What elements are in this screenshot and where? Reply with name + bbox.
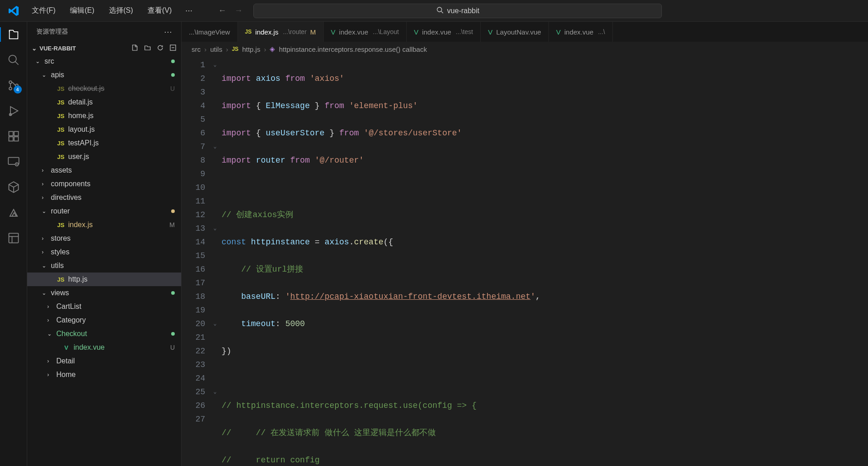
breadcrumb-file[interactable]: http.js (242, 45, 260, 53)
git-dot-icon (171, 209, 175, 213)
line-gutter: 1234567891011121314151617181920212223242… (182, 58, 213, 466)
tab-index-layout[interactable]: Vindex.vue...\Layout (324, 22, 407, 42)
project-name: VUE-RABBIT (39, 45, 76, 52)
js-icon: JS (56, 154, 65, 160)
vue-icon: V (556, 28, 561, 36)
chevron-right-icon: › (204, 45, 207, 53)
chevron-right-icon: › (226, 45, 228, 53)
svg-point-3 (9, 87, 12, 90)
tab-index-trunc[interactable]: Vindex.vue...\ (549, 22, 613, 42)
nav-forward-icon[interactable]: → (234, 6, 242, 15)
vue-icon: V (62, 344, 71, 351)
menu-edit[interactable]: 编辑(E) (64, 3, 100, 18)
file-user-js[interactable]: JSuser.js (27, 150, 181, 164)
file-detail-js[interactable]: JSdetail.js (27, 95, 181, 109)
breadcrumb-src[interactable]: src (192, 45, 201, 53)
vscode-logo-icon (8, 5, 19, 16)
js-icon: JS (56, 85, 65, 92)
js-icon: JS (56, 113, 65, 119)
extensions-icon[interactable] (6, 129, 21, 144)
code-content[interactable]: import axios from 'axios' import { ElMes… (222, 58, 868, 466)
tab-imageview[interactable]: ...\ImageView (182, 22, 238, 42)
menu-overflow-icon[interactable]: ⋯ (180, 4, 198, 18)
folder-views[interactable]: ⌄views (27, 286, 181, 300)
file-tree: ⌄src ⌄apis JScheckout.jsU JSdetail.js JS… (27, 55, 181, 466)
vue-icon: V (488, 28, 493, 36)
breadcrumb-symbol[interactable]: httpinstance.interceptors.response.use()… (279, 45, 427, 53)
refresh-icon[interactable] (157, 44, 164, 53)
folder-cartlist[interactable]: ›CartList (27, 300, 181, 313)
search-icon (436, 6, 444, 15)
new-folder-icon[interactable] (144, 44, 151, 53)
folder-category[interactable]: ›Category (27, 313, 181, 327)
js-icon: JS (232, 46, 239, 52)
new-file-icon[interactable] (131, 44, 138, 53)
svg-point-1 (9, 55, 16, 63)
folder-router[interactable]: ⌄router (27, 204, 181, 218)
svg-rect-12 (9, 233, 18, 243)
svg-rect-8 (9, 137, 13, 141)
debug-icon[interactable] (6, 104, 21, 118)
file-checkout-js[interactable]: JScheckout.jsU (27, 82, 181, 95)
chevron-down-icon: ⌄ (32, 45, 37, 52)
folder-checkout[interactable]: ⌄Checkout (27, 327, 181, 341)
breadcrumb-utils[interactable]: utils (210, 45, 222, 53)
symbol-icon: ◈ (270, 45, 275, 53)
js-icon: JS (56, 126, 65, 133)
git-dot-icon (171, 332, 175, 336)
search-activity-icon[interactable] (6, 53, 21, 67)
file-layout-js[interactable]: JSlayout.js (27, 123, 181, 136)
tab-bar: ...\ImageView JSindex.js...\routerM Vind… (182, 22, 868, 42)
titlebar: 文件(F) 编辑(E) 选择(S) 查看(V) ⋯ ← → vue-rabbit (0, 0, 868, 22)
nuxt-icon[interactable] (6, 205, 21, 220)
menu-select[interactable]: 选择(S) (103, 3, 139, 18)
project-header[interactable]: ⌄ VUE-RABBIT (27, 42, 181, 55)
git-dot-icon (171, 59, 175, 63)
svg-rect-9 (14, 137, 18, 141)
collapse-icon[interactable] (169, 44, 177, 53)
vue-icon: V (331, 28, 335, 36)
remote-icon[interactable] (6, 154, 21, 169)
menu-view[interactable]: 查看(V) (141, 3, 178, 18)
vue-icon: V (414, 28, 419, 36)
git-dot-icon (171, 73, 175, 77)
file-testapi-js[interactable]: JStestAPI.js (27, 136, 181, 150)
file-home-js[interactable]: JShome.js (27, 109, 181, 123)
nav-back-icon[interactable]: ← (218, 6, 226, 15)
js-icon: JS (56, 276, 65, 283)
tab-index-router[interactable]: JSindex.js...\routerM (238, 22, 324, 42)
fold-gutter[interactable]: ⌄⌄⌄⌄⌄ (213, 58, 222, 466)
folder-src[interactable]: ⌄src (27, 55, 181, 68)
sidebar-more-icon[interactable]: ⋯ (164, 27, 172, 37)
activity-bar: 4 (0, 22, 27, 466)
folder-home[interactable]: ›Home (27, 368, 181, 382)
folder-directives[interactable]: ›directives (27, 191, 181, 204)
menu-file[interactable]: 文件(F) (25, 3, 62, 18)
svg-rect-6 (9, 132, 13, 136)
tab-layoutnav[interactable]: VLayoutNav.vue (481, 22, 549, 42)
explorer-icon[interactable] (6, 27, 21, 42)
file-http-js[interactable]: JShttp.js (27, 273, 181, 286)
chevron-right-icon: › (264, 45, 266, 53)
code-editor[interactable]: 1234567891011121314151617181920212223242… (182, 56, 868, 466)
folder-components[interactable]: ›components (27, 177, 181, 191)
file-router-index[interactable]: JSindex.jsM (27, 218, 181, 232)
package-icon[interactable] (6, 180, 21, 194)
command-center[interactable]: vue-rabbit (253, 4, 662, 18)
folder-apis[interactable]: ⌄apis (27, 68, 181, 82)
search-text: vue-rabbit (447, 7, 479, 15)
folder-styles[interactable]: ›styles (27, 245, 181, 259)
git-dot-icon (171, 291, 175, 295)
svg-rect-7 (14, 132, 18, 136)
tab-index-test[interactable]: Vindex.vue...\test (407, 22, 481, 42)
layout-icon[interactable] (6, 231, 21, 245)
folder-stores[interactable]: ›stores (27, 232, 181, 245)
breadcrumb[interactable]: src › utils › JS http.js › ◈ httpinstanc… (182, 42, 868, 56)
folder-detail[interactable]: ›Detail (27, 354, 181, 368)
source-control-icon[interactable]: 4 (6, 78, 21, 93)
folder-utils[interactable]: ⌄utils (27, 259, 181, 273)
folder-assets[interactable]: ›assets (27, 164, 181, 177)
editor-area: ...\ImageView JSindex.js...\routerM Vind… (182, 22, 868, 466)
file-checkout-index-vue[interactable]: Vindex.vueU (27, 341, 181, 354)
svg-point-2 (9, 81, 12, 84)
